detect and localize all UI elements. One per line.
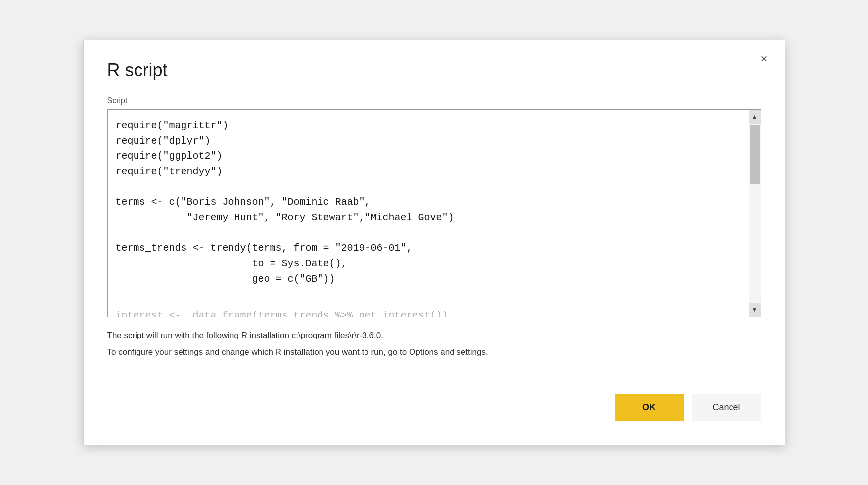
button-row: OK Cancel xyxy=(107,378,761,421)
scrollbar-track: ▲ ▼ xyxy=(749,110,761,317)
scroll-down-icon: ▼ xyxy=(752,306,758,313)
ok-button[interactable]: OK xyxy=(615,394,684,421)
r-script-dialog: × R script Script require("magrittr") re… xyxy=(83,40,785,445)
cancel-button[interactable]: Cancel xyxy=(692,394,761,421)
dialog-title: R script xyxy=(107,60,761,81)
close-button[interactable]: × xyxy=(755,50,773,68)
script-label: Script xyxy=(107,97,761,105)
scroll-up-icon: ▲ xyxy=(752,113,758,120)
info-line2: To configure your settings and change wh… xyxy=(107,346,761,359)
dialog-overlay: × R script Script require("magrittr") re… xyxy=(0,0,868,485)
close-icon: × xyxy=(760,53,767,65)
scrollbar-thumb[interactable] xyxy=(750,125,760,184)
scroll-up-button[interactable]: ▲ xyxy=(749,110,761,124)
script-editor-container[interactable]: require("magrittr") require("dplyr") req… xyxy=(107,109,761,317)
info-line1: The script will run with the following R… xyxy=(107,329,761,342)
truncated-line: interest <- .data.frame(terms_trends %>%… xyxy=(108,310,761,317)
script-content[interactable]: require("magrittr") require("dplyr") req… xyxy=(108,110,761,310)
scroll-down-button[interactable]: ▼ xyxy=(749,303,761,317)
